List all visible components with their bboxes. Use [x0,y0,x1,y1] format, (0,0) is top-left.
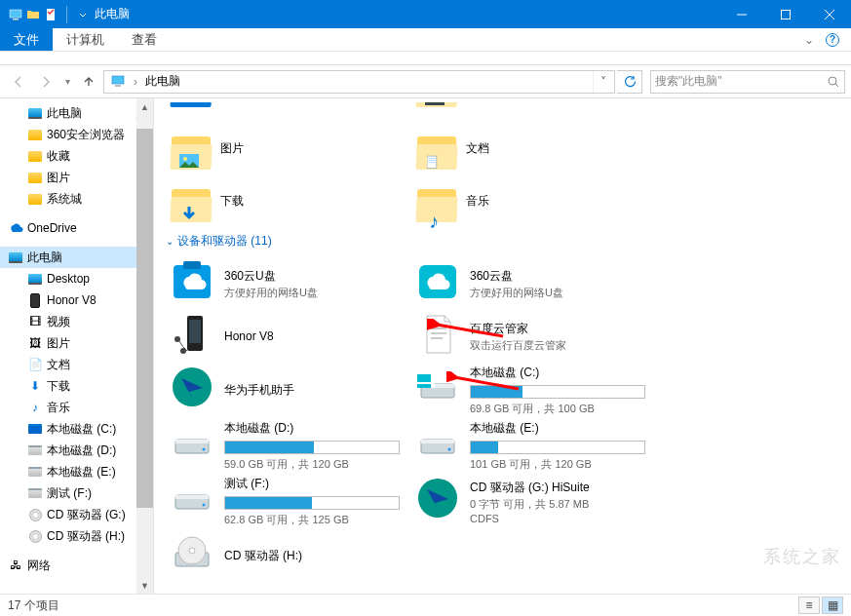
nav-item[interactable]: 360安全浏览器 [0,124,153,145]
close-button[interactable] [807,0,851,28]
device-icon [415,420,460,465]
folder-music[interactable]: ♪ 音乐 [411,174,657,227]
svg-rect-21 [431,327,446,329]
svg-rect-31 [175,440,209,443]
device-name: 本地磁盘 (D:) [224,420,407,437]
tab-view[interactable]: 查看 [118,28,171,51]
svg-point-38 [203,504,206,507]
storage-bar [224,496,400,510]
folder-open-icon[interactable] [25,7,41,22]
svg-rect-15 [183,261,201,269]
device-sub: 59.0 GB 可用，共 120 GB [224,457,407,472]
scroll-down-icon[interactable]: ▼ [136,577,153,594]
nav-drive-e[interactable]: 本地磁盘 (E:) [0,461,153,482]
device-item[interactable]: 360云盘方便好用的网络U盘 [411,257,657,310]
view-details-button[interactable]: ≡ [798,597,820,614]
device-item[interactable]: 本地磁盘 (D:)59.0 GB 可用，共 120 GB [166,418,411,474]
minimize-button[interactable] [719,0,763,28]
crumb-sep-root[interactable]: › [132,71,139,93]
device-name: Honor V8 [224,329,407,343]
devices-grid: 360云U盘方便好用的网络U盘360云盘方便好用的网络U盘Honor V8百度云… [166,257,839,582]
search-box[interactable]: 搜索"此电脑" [650,70,845,94]
folder-documents[interactable]: 文档 [411,122,657,174]
nav-cd-h[interactable]: CD 驱动器 (H:) [0,525,153,547]
folder-label: 图片 [220,140,244,157]
tab-file[interactable]: 文件 [0,28,53,51]
nav-drive-d[interactable]: 本地磁盘 (D:) [0,440,153,461]
up-button[interactable] [76,70,101,94]
device-item[interactable]: 本地磁盘 (E:)101 GB 可用，共 120 GB [411,418,657,474]
crumb-thispc[interactable]: 此电脑 [139,71,186,93]
device-icon [170,365,214,409]
nav-videos[interactable]: 🎞视频 [0,311,153,332]
device-icon [170,259,214,304]
expand-ribbon-icon[interactable]: ⌄ [804,33,814,47]
device-icon [170,476,214,520]
scroll-thumb[interactable] [136,129,153,508]
device-sub: 方便好用的网络U盘 [224,286,407,300]
download-icon: ⬇ [27,378,43,394]
svg-rect-27 [417,374,431,388]
nav-drive-f[interactable]: 测试 (F:) [0,482,153,504]
device-icon [170,531,214,576]
view-large-icons-button[interactable]: ▦ [822,597,843,614]
storage-bar [224,441,400,454]
nav-onedrive[interactable]: OneDrive [0,217,153,239]
ribbon-collapsed-strip [0,52,851,65]
nav-cd-g[interactable]: CD 驱动器 (G:) [0,504,153,525]
maximize-button[interactable] [763,0,807,28]
folder-label: 音乐 [466,193,489,210]
pc-icon [8,7,23,22]
device-item[interactable]: 测试 (F:)62.8 GB 可用，共 125 GB [166,474,411,529]
storage-bar [470,385,645,399]
status-view-buttons: ≡ ▦ [798,597,843,614]
devices-section-header[interactable]: ⌄ 设备和驱动器 (11) [166,233,839,250]
nav-desktop[interactable]: Desktop [0,268,153,289]
nav-thispc[interactable]: 此电脑 [0,247,153,268]
device-name: 华为手机助手 [224,382,407,399]
nav-drive-c[interactable]: 本地磁盘 (C:) [0,418,153,440]
help-icon[interactable]: ? [826,33,839,47]
search-placeholder: 搜索"此电脑" [655,73,827,90]
properties-icon[interactable] [43,7,58,22]
device-item[interactable]: 360云U盘方便好用的网络U盘 [166,257,411,310]
device-item[interactable]: 华为手机助手 [166,363,411,418]
nav-thispc-top[interactable]: 此电脑📌 [0,102,153,124]
ribbon-expand: ⌄ ? [793,28,851,51]
nav-scrollbar[interactable]: ▲ ▼ [136,98,153,594]
nav-downloads[interactable]: ⬇下载 [0,375,153,397]
nav-pictures[interactable]: 🖼图片 [0,332,153,354]
nav-item[interactable]: 收藏 [0,145,153,167]
nav-documents[interactable]: 📄文档 [0,354,153,375]
device-icon [415,259,460,304]
svg-rect-29 [417,382,435,384]
device-item[interactable]: 百度云管家双击运行百度云管家 [411,310,657,363]
device-item[interactable]: CD 驱动器 (G:) HiSuite0 字节 可用，共 5.87 MBCDFS [411,474,657,529]
history-dropdown[interactable]: ▾ [60,70,74,94]
device-sub: 62.8 GB 可用，共 125 GB [224,513,407,527]
folder-item-cropped[interactable] [166,102,411,112]
forward-button[interactable] [33,70,58,94]
device-item[interactable]: CD 驱动器 (H:) [166,529,411,582]
nav-item[interactable]: 系统城 [0,188,153,210]
folder-label: 文档 [466,140,489,157]
nav-honor[interactable]: Honor V8 [0,289,153,311]
svg-rect-5 [112,76,124,84]
scroll-up-icon[interactable]: ▲ [136,98,153,115]
address-bar[interactable]: › 此电脑 ˅ [103,70,615,94]
svg-point-19 [174,336,180,342]
refresh-button[interactable] [617,70,642,94]
nav-network[interactable]: 🖧网络 [0,555,153,576]
device-item[interactable]: Honor V8 [166,310,411,363]
qat-dropdown-icon[interactable] [75,7,85,22]
address-history-button[interactable]: ˅ [593,71,612,93]
device-item[interactable]: 本地磁盘 (C:)69.8 GB 可用，共 100 GB [411,363,657,418]
tab-computer[interactable]: 计算机 [53,28,118,51]
folder-downloads[interactable]: 下载 [166,174,411,227]
nav-music[interactable]: ♪音乐 [0,397,153,418]
nav-item[interactable]: 图片 [0,167,153,188]
folder-item-cropped[interactable] [411,102,657,112]
back-button[interactable] [6,70,31,94]
device-name: 360云盘 [470,268,653,285]
folder-pictures[interactable]: 图片 [166,122,411,174]
